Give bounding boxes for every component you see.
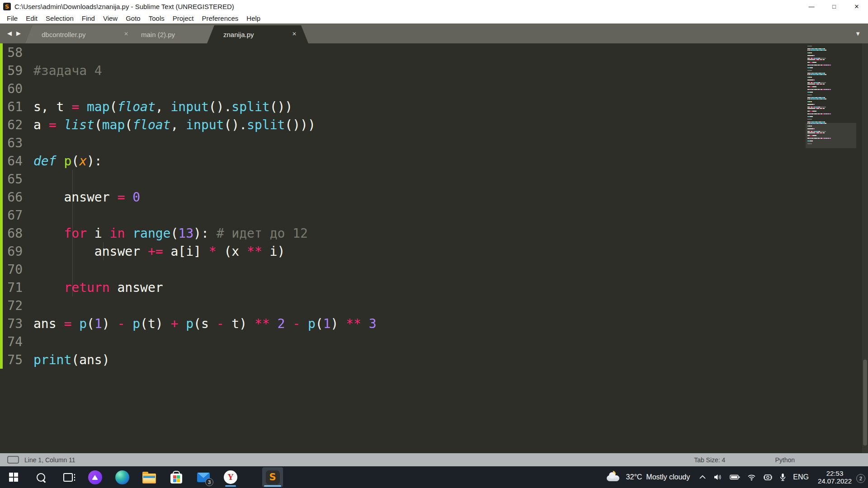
alice-assistant-button[interactable] [85, 467, 105, 487]
wifi-icon[interactable] [747, 474, 756, 481]
line-number: 64 [0, 154, 23, 169]
code-line-60[interactable]: 60 [0, 80, 868, 98]
mostly-cloudy-night-icon [606, 470, 622, 484]
line-number: 63 [0, 136, 23, 150]
menu-help[interactable]: Help [242, 14, 264, 22]
panel-toggle-icon[interactable] [7, 456, 19, 464]
tab-label: main (2).py [125, 31, 175, 38]
menu-project[interactable]: Project [169, 14, 198, 22]
clock-widget[interactable]: 22:53 24.07.2022 [818, 469, 852, 485]
line-text: def p(x): [33, 154, 102, 169]
notification-center-button[interactable]: 2 [861, 473, 862, 481]
line-number: 74 [0, 334, 23, 349]
code-line-70[interactable]: 70 [0, 260, 868, 278]
cursor-position: Line 1, Column 11 [24, 456, 75, 464]
code-line-63[interactable]: 63 [0, 134, 868, 152]
code-line-59[interactable]: 59#задача 4 [0, 61, 868, 80]
microphone-icon[interactable] [780, 473, 786, 481]
code-line-66[interactable]: 66 answer = 0 [0, 188, 868, 206]
maximize-button[interactable]: □ [823, 0, 845, 13]
camera-icon[interactable] [763, 474, 773, 481]
code-line-58[interactable]: 58 [0, 43, 868, 61]
tab-dbcontroller-py[interactable]: dbcontroller.py✕ [25, 25, 140, 43]
code-line-61[interactable]: 61s, t = map(float, input().split()) [0, 98, 868, 116]
syntax-indicator[interactable]: Python [775, 456, 795, 464]
code-area[interactable]: 5859#задача 46061s, t = map(float, input… [0, 43, 868, 369]
menu-goto[interactable]: Goto [122, 14, 145, 22]
language-indicator[interactable]: ENG [793, 473, 809, 481]
tab-label: znanija.py [207, 31, 254, 38]
line-number: 62 [0, 117, 23, 132]
menu-selection[interactable]: Selection [42, 14, 78, 22]
code-line-62[interactable]: 62a = list(map(float, input().split())) [0, 116, 868, 134]
scrollbar-thumb[interactable] [863, 360, 867, 446]
tab-close-icon[interactable]: ✕ [292, 31, 297, 37]
sublime-text-taskbar-button[interactable]: S [262, 467, 283, 487]
alice-icon [88, 470, 102, 484]
scrollbar-track[interactable] [862, 43, 868, 453]
tab-size-indicator[interactable]: Tab Size: 4 [694, 456, 725, 464]
line-number: 70 [0, 262, 23, 277]
code-line-74[interactable]: 74 [0, 333, 868, 351]
menu-edit[interactable]: Edit [22, 14, 42, 22]
mail-button[interactable]: 3 [193, 467, 214, 487]
code-line-64[interactable]: 64def p(x): [0, 152, 868, 170]
microsoft-store-button[interactable] [166, 467, 187, 487]
store-icon [170, 474, 182, 483]
edge-browser-button[interactable] [112, 467, 132, 487]
tray-date: 24.07.2022 [818, 477, 852, 485]
weather-widget[interactable]: 32°C Mostly cloudy [606, 470, 690, 484]
code-line-75[interactable]: 75print(ans) [0, 351, 868, 369]
sublime-text-window: S C:\Users\admin\Downloads\znanija.py - … [0, 0, 868, 488]
edge-icon [115, 470, 129, 484]
line-number: 58 [0, 45, 23, 60]
tab-scroll-left-icon[interactable]: ◀ [7, 30, 12, 37]
yandex-browser-button[interactable]: Y [220, 467, 241, 487]
menu-view[interactable]: View [99, 14, 122, 22]
editor-pane[interactable]: 5859#задача 46061s, t = map(float, input… [0, 43, 868, 453]
line-number: 69 [0, 244, 23, 259]
task-view-button[interactable] [57, 467, 78, 487]
weather-temperature: 32°C [626, 473, 642, 481]
search-icon [37, 473, 45, 482]
notification-badge: 2 [856, 474, 865, 483]
code-line-73[interactable]: 73ans = p(1) - p(t) + p(s - t) ** 2 - p(… [0, 314, 868, 333]
battery-icon[interactable] [730, 474, 740, 480]
volume-icon[interactable] [713, 474, 722, 481]
menu-find[interactable]: Find [78, 14, 99, 22]
minimize-button[interactable]: — [800, 0, 823, 13]
weather-description: Mostly cloudy [646, 473, 690, 481]
code-line-71[interactable]: 71 return answer [0, 278, 868, 296]
taskbar-search-button[interactable] [30, 467, 51, 487]
status-bar: Line 1, Column 11 Tab Size: 4 Python [0, 453, 868, 466]
line-number: 72 [0, 298, 23, 313]
code-line-72[interactable]: 72 [0, 296, 868, 314]
windows-taskbar: 3 Y S 32°C Mostly cloudy [0, 466, 868, 488]
window-title: C:\Users\admin\Downloads\znanija.py - Su… [14, 3, 234, 10]
task-view-icon [63, 473, 73, 482]
code-line-68[interactable]: 68 for i in range(13): # идет до 12 [0, 224, 868, 242]
running-indicator [225, 485, 236, 487]
sublime-app-icon: S [3, 3, 11, 10]
minimap[interactable] [807, 44, 854, 149]
code-line-69[interactable]: 69 answer += a[i] * (x ** i) [0, 242, 868, 260]
tab-scroll-right-icon[interactable]: ▶ [16, 30, 21, 37]
close-button[interactable]: ✕ [845, 0, 868, 13]
line-text: return answer [33, 280, 163, 295]
file-explorer-button[interactable] [139, 467, 160, 487]
menu-tools[interactable]: Tools [145, 14, 169, 22]
menu-preferences[interactable]: Preferences [198, 14, 242, 22]
line-number: 71 [0, 280, 23, 295]
line-number: 67 [0, 208, 23, 223]
tab-overflow-icon[interactable]: ▼ [855, 30, 861, 37]
line-text: answer += a[i] * (x ** i) [33, 244, 285, 259]
folder-icon [142, 474, 156, 483]
tab-znanija-py[interactable]: znanija.py✕ [207, 25, 308, 43]
menu-file[interactable]: File [3, 14, 22, 22]
tray-expand-chevron-icon[interactable] [699, 475, 706, 479]
code-line-65[interactable]: 65 [0, 170, 868, 188]
code-line-67[interactable]: 67 [0, 206, 868, 224]
indent-guide [103, 242, 104, 260]
line-number: 61 [0, 99, 23, 114]
start-button[interactable] [3, 467, 24, 487]
